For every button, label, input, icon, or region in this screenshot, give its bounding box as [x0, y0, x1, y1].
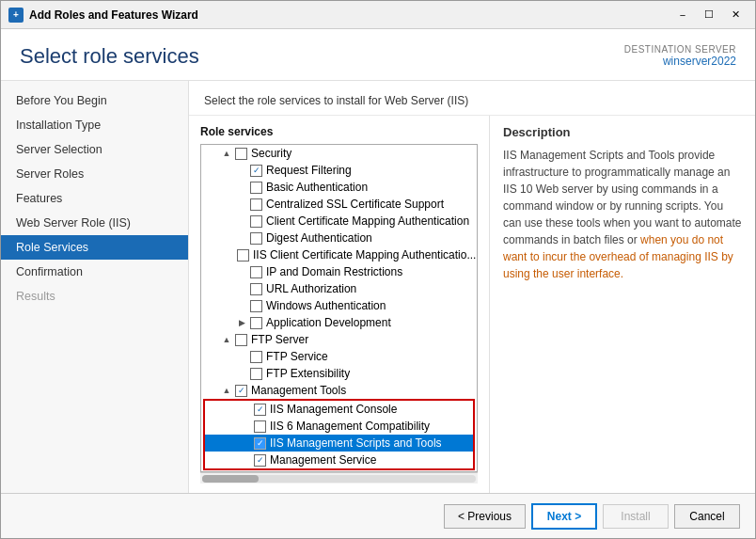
sidebar-item-confirmation[interactable]: Confirmation: [1, 260, 188, 284]
checkbox-request-filtering[interactable]: ✓: [250, 165, 262, 177]
tree-item-ftp-extensibility[interactable]: FTP Extensibility: [201, 365, 477, 382]
description-text: IIS Management Scripts and Tools provide…: [503, 147, 742, 282]
footer: < Previous Next > Install Cancel: [1, 493, 755, 538]
spacer7: [235, 265, 248, 278]
description-panel: Description IIS Management Scripts and T…: [490, 116, 755, 493]
tree-label-mgmt-service: Management Service: [270, 453, 376, 467]
checkbox-basic-auth[interactable]: [250, 182, 262, 194]
tree-item-centralized-ssl[interactable]: Centralized SSL Certificate Support: [201, 196, 477, 213]
tree-label-iis-scripts: IIS Management Scripts and Tools: [270, 436, 442, 450]
tree-item-iis-mgmt-console[interactable]: ✓ IIS Management Console: [205, 401, 473, 418]
page-header: Select role services DESTINATION SERVER …: [1, 29, 755, 81]
role-services-panel: Role services ▲ Security ✓ R: [189, 116, 490, 493]
sidebar-item-server-selection[interactable]: Server Selection: [1, 137, 188, 162]
spacer14: [239, 436, 252, 450]
tree-label-digest-auth: Digest Authentication: [266, 231, 372, 245]
sidebar-item-server-roles[interactable]: Server Roles: [1, 162, 188, 186]
tree-label-ftp-extensibility: FTP Extensibility: [266, 367, 350, 380]
tree-item-iis-scripts[interactable]: ✓ IIS Management Scripts and Tools: [205, 435, 473, 452]
tree-item-ip-domain[interactable]: IP and Domain Restrictions: [201, 263, 477, 280]
tree-item-mgmt-tools[interactable]: ▲ ✓ Management Tools: [201, 382, 477, 399]
tree-item-mgmt-service[interactable]: ✓ Management Service: [205, 452, 473, 468]
horizontal-scrollbar-area[interactable]: [200, 472, 478, 484]
checkbox-app-dev[interactable]: [250, 317, 262, 329]
checkbox-client-cert-mapping[interactable]: [250, 215, 262, 228]
tree-label-iis-client-cert: IIS Client Certificate Mapping Authentic…: [253, 248, 476, 262]
tree-container[interactable]: ▲ Security ✓ Request Filtering: [200, 144, 478, 472]
horizontal-scrollbar[interactable]: [202, 475, 476, 483]
spacer5: [235, 231, 248, 245]
expand-security-icon: ▲: [220, 147, 233, 160]
checkbox-iis-mgmt-console[interactable]: ✓: [254, 404, 266, 416]
destination-server: DESTINATION SERVER winserver2022: [624, 44, 736, 68]
tree-label-request-filtering: Request Filtering: [266, 164, 352, 177]
expand-mgmt-icon: ▲: [220, 384, 233, 397]
tree-item-url-auth[interactable]: URL Authorization: [201, 280, 477, 297]
checkbox-iis6-compat[interactable]: [254, 420, 266, 433]
title-bar-controls: − ☐ ✕: [670, 6, 748, 24]
tree-item-ftp-server[interactable]: ▲ FTP Server: [201, 331, 477, 348]
checkbox-ftp-service[interactable]: [250, 351, 262, 363]
tree-label-windows-auth: Windows Authentication: [266, 299, 386, 312]
tree-label-client-cert-mapping: Client Certificate Mapping Authenticatio…: [266, 214, 469, 228]
sidebar-item-installation-type[interactable]: Installation Type: [1, 113, 188, 137]
checkbox-url-auth[interactable]: [250, 283, 262, 295]
spacer12: [239, 403, 252, 416]
checkbox-centralized-ssl[interactable]: [250, 198, 262, 211]
sidebar-item-features[interactable]: Features: [1, 186, 188, 211]
page-title: Select role services: [20, 44, 199, 69]
checkbox-ftp-server[interactable]: [235, 334, 247, 346]
maximize-button[interactable]: ☐: [697, 6, 721, 24]
content-body: Role services ▲ Security ✓ R: [189, 116, 755, 493]
tree-item-windows-auth[interactable]: Windows Authentication: [201, 297, 477, 314]
tree-label-ftp-service: FTP Service: [266, 350, 328, 363]
desc-text-part1: IIS Management Scripts and Tools provide…: [503, 149, 742, 246]
tree-item-client-cert-mapping[interactable]: Client Certificate Mapping Authenticatio…: [201, 213, 477, 230]
next-button[interactable]: Next >: [531, 503, 597, 530]
highlighted-group: ✓ IIS Management Console IIS 6 Managemen…: [203, 399, 475, 470]
server-name: winserver2022: [624, 55, 736, 68]
spacer8: [235, 282, 248, 295]
sidebar-item-before-you-begin[interactable]: Before You Begin: [1, 88, 188, 113]
tree-label-ftp-server: FTP Server: [251, 333, 308, 346]
spacer13: [239, 420, 252, 433]
spacer9: [235, 299, 248, 312]
checkbox-mgmt-tools[interactable]: ✓: [235, 385, 247, 397]
previous-button[interactable]: < Previous: [444, 504, 526, 529]
checkbox-iis-client-cert[interactable]: [237, 249, 249, 262]
checkbox-mgmt-service[interactable]: ✓: [254, 454, 266, 467]
close-button[interactable]: ✕: [723, 6, 748, 24]
sidebar-item-web-server-role[interactable]: Web Server Role (IIS): [1, 211, 188, 235]
tree-label-ip-domain: IP and Domain Restrictions: [266, 265, 402, 278]
minimize-button[interactable]: −: [670, 6, 695, 24]
title-bar-left: + Add Roles and Features Wizard: [8, 8, 198, 23]
checkbox-windows-auth[interactable]: [250, 300, 262, 312]
tree-item-digest-auth[interactable]: Digest Authentication: [201, 230, 477, 246]
body-area: Before You Begin Installation Type Serve…: [1, 81, 755, 493]
checkbox-security[interactable]: [235, 148, 247, 160]
tree-item-iis-client-cert[interactable]: IIS Client Certificate Mapping Authentic…: [201, 246, 477, 263]
tree-item-ftp-service[interactable]: FTP Service: [201, 348, 477, 365]
tree-label-app-dev: Application Development: [266, 316, 391, 329]
expand-app-dev-icon: ▶: [235, 316, 248, 329]
tree-item-app-dev[interactable]: ▶ Application Development: [201, 314, 477, 331]
tree-item-security[interactable]: ▲ Security: [201, 145, 477, 162]
spacer1: [235, 164, 248, 177]
checkbox-ftp-extensibility[interactable]: [250, 368, 262, 380]
install-button: Install: [603, 504, 669, 529]
spacer10: [235, 350, 248, 363]
cancel-button[interactable]: Cancel: [674, 504, 740, 529]
app-icon: +: [8, 8, 24, 23]
tree-item-iis6-compat[interactable]: IIS 6 Management Compatibility: [205, 418, 473, 435]
sidebar: Before You Begin Installation Type Serve…: [1, 81, 189, 493]
sidebar-item-role-services[interactable]: Role Services: [1, 235, 188, 260]
description-title: Description: [503, 125, 742, 139]
spacer4: [235, 214, 248, 228]
spacer11: [235, 367, 248, 380]
tree-item-basic-auth[interactable]: Basic Authentication: [201, 179, 477, 196]
checkbox-ip-domain[interactable]: [250, 266, 262, 278]
scroll-thumb[interactable]: [202, 475, 259, 483]
tree-item-request-filtering[interactable]: ✓ Request Filtering: [201, 162, 477, 179]
checkbox-iis-scripts[interactable]: ✓: [254, 437, 266, 450]
checkbox-digest-auth[interactable]: [250, 232, 262, 245]
